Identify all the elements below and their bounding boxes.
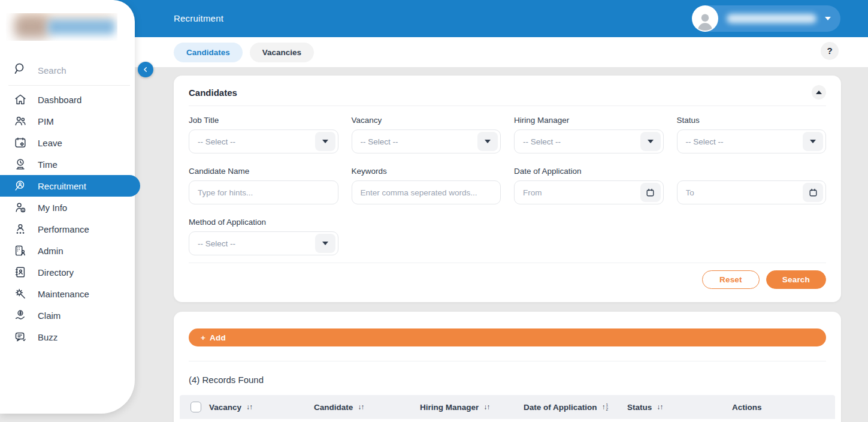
hiring-manager-select[interactable]: -- Select -- (514, 129, 664, 153)
sort-icon[interactable]: ↓↑ (246, 403, 252, 411)
method-of-application-select-value: -- Select -- (198, 239, 235, 248)
sidebar-item-recruitment[interactable]: Recruitment (0, 175, 140, 197)
method-of-application-label: Method of Application (189, 218, 338, 227)
sidebar-item-label: PIM (38, 116, 54, 126)
column-header-date-of-application[interactable]: Date of Application ↑ 12 (524, 403, 627, 412)
sidebar-item-buzz[interactable]: Buzz (0, 326, 135, 348)
column-label: Vacancy (209, 403, 241, 412)
clock-icon (13, 158, 27, 171)
method-of-application-select[interactable]: -- Select -- (189, 231, 338, 255)
vacancy-dropdown-button[interactable] (477, 132, 498, 151)
hiring-manager-label: Hiring Manager (514, 116, 664, 125)
sidebar-item-time[interactable]: Time (0, 153, 135, 175)
tab-vacancies[interactable]: Vacancies (250, 43, 314, 62)
date-from-input[interactable] (523, 188, 637, 197)
caret-down-icon (322, 242, 328, 245)
job-title-select[interactable]: -- Select -- (189, 129, 338, 153)
sidebar-item-label: Buzz (38, 332, 58, 342)
select-all-checkbox[interactable] (190, 402, 201, 412)
job-title-field: Job Title -- Select -- (189, 116, 338, 153)
status-select-value: -- Select -- (686, 137, 724, 146)
sidebar-item-label: Leave (38, 138, 62, 148)
keywords-input[interactable] (361, 188, 492, 197)
keywords-input-wrap (352, 180, 501, 204)
column-label: Candidate (314, 403, 353, 412)
search-input[interactable] (38, 65, 116, 76)
sidebar-item-dashboard[interactable]: Dashboard (0, 89, 135, 110)
sidebar-item-label: Time (38, 159, 58, 170)
sidebar-item-maintenance[interactable]: Maintenance (0, 283, 135, 305)
sidebar-item-pim[interactable]: PIM (0, 110, 135, 132)
caret-down-icon (810, 140, 816, 143)
job-title-select-value: -- Select -- (198, 137, 235, 146)
collapse-filters-button[interactable] (812, 85, 826, 100)
add-candidate-button[interactable]: + Add (189, 328, 826, 346)
sidebar-item-performance[interactable]: Performance (0, 218, 135, 240)
gear-wrench-icon (13, 287, 27, 300)
caret-down-icon (648, 140, 654, 143)
help-button[interactable]: ? (821, 42, 839, 60)
method-of-application-dropdown-button[interactable] (315, 234, 335, 253)
sidebar-item-claim[interactable]: Claim (0, 305, 135, 326)
vacancy-select[interactable]: -- Select -- (352, 129, 501, 153)
column-header-hiring-manager[interactable]: Hiring Manager ↓↑ (420, 403, 524, 412)
hiring-manager-dropdown-button[interactable] (640, 132, 661, 151)
app-logo (6, 13, 117, 41)
user-menu[interactable] (692, 5, 840, 32)
sidebar-search (0, 60, 135, 80)
date-to-input-wrap (677, 180, 827, 204)
person-silhouette-icon (695, 10, 715, 31)
date-from-calendar-button[interactable] (640, 183, 661, 202)
caret-down-icon (485, 140, 491, 143)
status-dropdown-button[interactable] (803, 132, 823, 151)
sidebar-item-leave[interactable]: Leave (0, 132, 135, 153)
status-select[interactable]: -- Select -- (677, 129, 827, 153)
sidebar-item-label: Performance (38, 224, 89, 234)
date-to-calendar-button[interactable] (803, 183, 823, 202)
date-to-input[interactable] (686, 188, 800, 197)
vacancy-field: Vacancy -- Select -- (352, 116, 501, 153)
reset-button[interactable]: Reset (702, 270, 760, 289)
candidate-name-label: Candidate Name (189, 167, 338, 176)
avatar (692, 5, 718, 32)
status-label: Status (677, 116, 827, 125)
recruitment-search-person-icon (13, 179, 27, 192)
job-title-dropdown-button[interactable] (315, 132, 335, 151)
candidate-name-input[interactable] (198, 188, 329, 197)
calendar-icon (645, 188, 655, 198)
column-header-vacancy[interactable]: Vacancy ↓↑ (209, 403, 314, 412)
job-title-label: Job Title (189, 116, 338, 125)
candidates-filter-card: Candidates Job Title -- Select -- Vacanc… (174, 76, 841, 302)
date-to-field (677, 167, 827, 204)
sidebar-item-label: Recruitment (38, 181, 86, 191)
search-button[interactable]: Search (766, 270, 826, 289)
caret-up-icon (816, 91, 822, 94)
keywords-field: Keywords (352, 167, 501, 204)
sort-icon[interactable]: ↓↑ (483, 403, 489, 411)
candidate-name-input-wrap (189, 180, 338, 204)
sidebar-item-my-info[interactable]: My Info (0, 197, 135, 218)
sidebar-item-label: Admin (38, 246, 63, 256)
chevron-down-icon (825, 17, 831, 20)
date-of-application-label: Date of Application (514, 167, 664, 176)
column-label: Date of Application (524, 403, 597, 412)
column-header-status[interactable]: Status ↓↑ (627, 403, 732, 412)
divider (189, 361, 826, 361)
coin-hand-icon (13, 309, 27, 322)
calendar-icon (808, 188, 818, 198)
status-field: Status -- Select -- (677, 116, 827, 153)
vacancy-select-value: -- Select -- (361, 137, 398, 146)
sort-icon[interactable]: ↓↑ (358, 403, 364, 411)
sidebar-item-admin[interactable]: Admin (0, 240, 135, 261)
date-from-input-wrap (514, 180, 664, 204)
page-title: Recruitment (174, 0, 223, 37)
tab-candidates[interactable]: Candidates (174, 43, 243, 62)
sidebar-item-directory[interactable]: Directory (0, 261, 135, 283)
add-button-label: Add (210, 333, 226, 342)
sidebar-collapse-button[interactable] (138, 62, 153, 77)
column-header-candidate[interactable]: Candidate ↓↑ (314, 403, 420, 412)
sort-icon[interactable]: ↓↑ (657, 403, 663, 411)
hiring-manager-select-value: -- Select -- (523, 137, 561, 146)
sort-numeric-asc-icon[interactable]: ↑ 12 (602, 403, 609, 411)
records-found-text: (4) Records Found (189, 375, 826, 385)
